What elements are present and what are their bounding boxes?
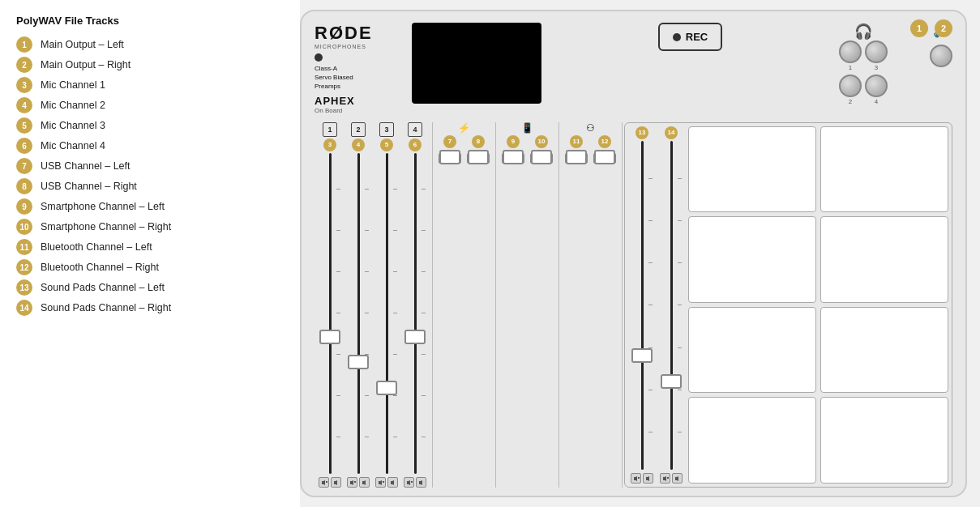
rec-label: REC — [686, 31, 708, 43]
sound-pad-2[interactable] — [820, 126, 948, 213]
device-body: 1 2 RØDE MICROPHONES Class-AServo Biased… — [300, 10, 967, 497]
fader-handle-8[interactable] — [468, 150, 489, 164]
fader-col-11: 13 — [628, 126, 656, 484]
fader-handle-14[interactable] — [661, 374, 682, 389]
solo-btn-5[interactable] — [387, 477, 398, 488]
mute-btn-5[interactable] — [375, 477, 386, 488]
fader-handle-11[interactable] — [566, 150, 587, 164]
track-list-item: 5Mic Channel 3 — [16, 117, 284, 134]
solo-btn-6[interactable] — [416, 477, 426, 488]
knob-2[interactable] — [839, 75, 862, 97]
track-num: 10 — [16, 219, 32, 235]
knob-label-2: 2 — [849, 98, 852, 105]
fader-circle-10: 10 — [535, 135, 548, 148]
rec-section[interactable]: REC — [550, 23, 831, 51]
track-num: 12 — [16, 259, 32, 275]
knob-cell-4[interactable]: 4 — [865, 75, 888, 105]
sound-pad-1[interactable] — [688, 126, 816, 213]
fader-col-3: 35 — [373, 122, 400, 488]
track-num: 11 — [16, 239, 32, 255]
device-top-row: RØDE MICROPHONES Class-AServo BiasedPrea… — [315, 23, 952, 114]
sound-pad-7[interactable] — [688, 397, 816, 484]
knob-speaker[interactable] — [930, 45, 952, 67]
fader-handle-7[interactable] — [439, 150, 460, 164]
track-num: 1 — [16, 36, 32, 53]
fader-handle-3[interactable] — [319, 330, 340, 344]
knob-grid: 1 3 2 4 — [839, 40, 888, 105]
usb-icon: ⚡ — [458, 122, 470, 134]
sound-pad-8[interactable] — [820, 397, 948, 484]
fader-handle-12[interactable] — [594, 150, 615, 164]
mute-btn-3[interactable] — [319, 477, 329, 488]
fader-handle-9[interactable] — [503, 150, 524, 164]
mute-btn-14[interactable] — [660, 473, 670, 484]
knob-label-4: 4 — [875, 98, 878, 105]
track-label: Mic Channel 3 — [41, 119, 105, 132]
fader-circle-14: 14 — [665, 126, 678, 139]
corner-num-1: 1 — [910, 19, 928, 37]
mute-btn-4[interactable] — [347, 477, 357, 488]
track-label: Main Output – Left — [41, 38, 124, 51]
fader-col-4: 46 — [401, 122, 429, 488]
fader-col-8: 10 — [528, 135, 555, 164]
knob-cell-1[interactable]: 1 — [839, 40, 862, 71]
track-list-item: 2Main Output – Right — [16, 57, 284, 73]
corner-numbers: 1 2 — [910, 19, 952, 37]
track-label: USB Channel – Left — [41, 160, 131, 173]
smartphone-icon: 📱 — [521, 122, 533, 134]
track-num: 14 — [16, 300, 32, 316]
sound-pad-4[interactable] — [820, 216, 948, 303]
fader-handle-10[interactable] — [531, 150, 552, 164]
pads-section: 1314 — [624, 122, 952, 488]
track-num: 6 — [16, 138, 32, 154]
track-list-item: 14Sound Pads Channel – Right — [16, 300, 284, 316]
fader-circle-8: 8 — [472, 135, 485, 148]
fader-area: 13243546⚡78📱910⚇11121314 — [315, 122, 952, 488]
rode-sub: MICROPHONES — [315, 44, 404, 49]
sound-pad-5[interactable] — [688, 307, 816, 394]
fader-handle-13[interactable] — [631, 348, 653, 363]
device-panel: 1 2 RØDE MICROPHONES Class-AServo Biased… — [300, 0, 980, 507]
track-label: Main Output – Right — [41, 58, 131, 71]
fader-handle-5[interactable] — [376, 381, 397, 395]
fader-col-6: 8 — [464, 135, 492, 164]
track-num: 7 — [16, 158, 32, 174]
track-list-item: 1Main Output – Left — [16, 36, 284, 53]
rec-button[interactable]: REC — [658, 23, 722, 51]
fader-circle-11: 11 — [570, 135, 583, 148]
knob-cell-2[interactable]: 2 — [839, 75, 862, 105]
solo-btn-13[interactable] — [643, 473, 653, 484]
track-label: Mic Channel 4 — [41, 139, 105, 152]
track-list-item: 6Mic Channel 4 — [16, 138, 284, 154]
sound-pad-6[interactable] — [820, 307, 948, 394]
solo-btn-4[interactable] — [359, 477, 370, 488]
track-list-item: 12Bluetooth Channel – Right — [16, 259, 284, 275]
track-label: Sound Pads Channel – Left — [41, 281, 165, 294]
knob-3[interactable] — [865, 40, 888, 63]
aphex-logo: APHEX — [315, 95, 404, 107]
track-list-item: 9Smartphone Channel – Left — [16, 198, 284, 215]
fader-col-2: 24 — [344, 122, 372, 488]
knob-cell-3[interactable]: 3 — [865, 40, 888, 71]
fader-circle-7: 7 — [443, 135, 456, 148]
track-list-item: 8USB Channel – Right — [16, 178, 284, 194]
mute-btn-13[interactable] — [631, 473, 641, 484]
device-screen — [412, 23, 541, 104]
sound-pad-3[interactable] — [688, 216, 816, 303]
fader-circle-3: 3 — [323, 138, 336, 151]
track-label: Smartphone Channel – Left — [41, 200, 165, 213]
fader-circle-4: 4 — [352, 138, 365, 151]
fader-col-9: 11 — [563, 135, 590, 164]
solo-btn-3[interactable] — [331, 477, 341, 488]
knob-4[interactable] — [865, 75, 888, 97]
smartphone-fader-group: 📱910 — [498, 122, 559, 488]
track-num: 8 — [16, 178, 32, 194]
mic-fader-group: 13243546 — [315, 122, 433, 488]
knob-label-3: 3 — [875, 64, 878, 71]
fader-handle-4[interactable] — [348, 355, 369, 369]
fader-handle-6[interactable] — [404, 330, 426, 344]
solo-btn-14[interactable] — [672, 473, 683, 484]
track-num: 9 — [16, 198, 32, 215]
mute-btn-6[interactable] — [404, 477, 414, 488]
knob-1[interactable] — [839, 40, 862, 63]
